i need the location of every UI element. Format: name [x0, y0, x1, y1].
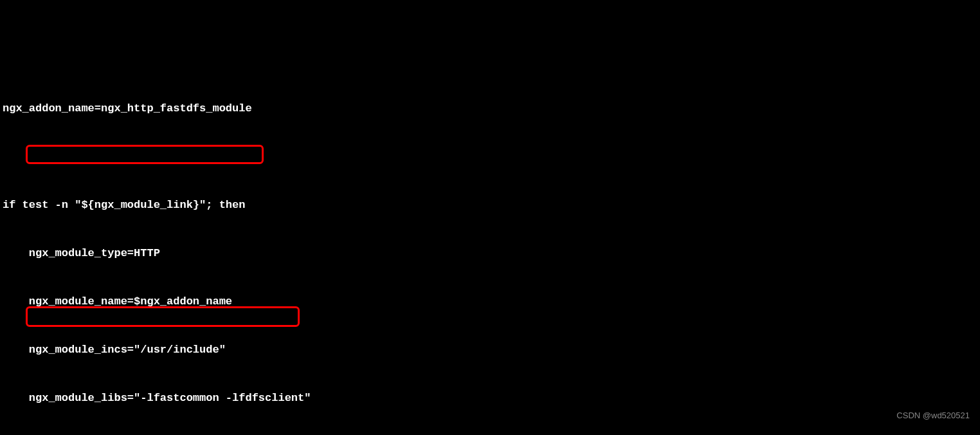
watermark: CSDN @wd520521: [896, 407, 970, 423]
code-line: ngx_module_type=HTTP: [3, 245, 977, 261]
code-line: if test -n "${ngx_module_link}"; then: [3, 197, 977, 213]
code-line: ngx_module_libs="-lfastcommon -lfdfsclie…: [3, 390, 977, 406]
terminal-editor[interactable]: ngx_addon_name=ngx_http_fastdfs_module i…: [0, 64, 980, 435]
code-line: ngx_module_incs="/usr/include": [3, 342, 977, 358]
code-line: [3, 149, 977, 165]
code-line: ngx_module_name=$ngx_addon_name: [3, 293, 977, 310]
code-line: ngx_addon_name=ngx_http_fastdfs_module: [3, 100, 977, 116]
